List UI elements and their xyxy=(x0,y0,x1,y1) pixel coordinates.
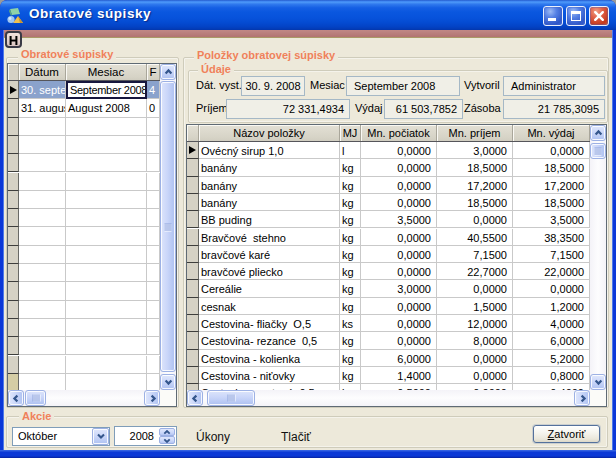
table-row[interactable] xyxy=(8,374,160,390)
cell-datum[interactable] xyxy=(19,118,66,136)
row-selector-cell[interactable] xyxy=(8,99,19,117)
row-selector-cell[interactable] xyxy=(187,280,199,297)
cell-mesiac[interactable] xyxy=(66,246,147,264)
cell-f[interactable] xyxy=(147,264,160,282)
cell[interactable]: 0,0000 xyxy=(361,194,437,211)
left-grid-scroll-right-button[interactable] xyxy=(144,390,160,406)
year-spinner-up-button[interactable] xyxy=(159,428,175,436)
cell-f[interactable]: 4 xyxy=(147,81,160,99)
month-combobox[interactable]: Október xyxy=(12,427,110,446)
cell[interactable]: kg xyxy=(340,177,361,194)
cell[interactable]: 3,5000 xyxy=(361,211,437,228)
items-grid-column-header[interactable]: Mn. príjem xyxy=(437,125,513,141)
cell[interactable]: bravčové karé xyxy=(199,246,340,263)
h-toolbar-button[interactable] xyxy=(5,31,22,48)
cell-mesiac[interactable] xyxy=(66,227,147,245)
cell[interactable]: Cestovina- fliačky O,5 xyxy=(199,315,340,332)
cell-f[interactable] xyxy=(147,154,160,172)
cell[interactable]: 0,0000 xyxy=(361,263,437,280)
cell[interactable]: 18,5000 xyxy=(437,194,513,211)
cell[interactable]: ks xyxy=(340,315,361,332)
cell-datum[interactable] xyxy=(19,374,66,390)
cell[interactable]: 22,7000 xyxy=(437,263,513,280)
table-row[interactable]: bravčové karékg0,00007,15007,1500 xyxy=(187,246,590,263)
table-row[interactable] xyxy=(8,337,160,355)
row-selector-cell[interactable] xyxy=(8,374,19,390)
cell-datum[interactable] xyxy=(19,191,66,209)
row-selector-cell[interactable] xyxy=(187,367,199,384)
cell[interactable]: kg xyxy=(340,229,361,246)
cell-datum[interactable] xyxy=(19,319,66,337)
row-selector-cell[interactable] xyxy=(8,81,19,99)
cell-f[interactable]: 0 xyxy=(147,99,160,117)
table-row[interactable]: banánykg0,000018,500018,5000 xyxy=(187,159,590,176)
cell-datum[interactable] xyxy=(19,337,66,355)
row-selector-cell[interactable] xyxy=(187,263,199,280)
table-row[interactable]: Cestovina - kolienkakg6,00000,00005,2000 xyxy=(187,350,590,367)
cell[interactable]: Ovécný sirup 1,0 xyxy=(199,142,340,159)
cell[interactable]: kg xyxy=(340,211,361,228)
table-row[interactable]: Cestovina- fliačky O,5ks0,000012,00004,0… xyxy=(187,315,590,332)
cell-datum[interactable] xyxy=(19,264,66,282)
cell-f[interactable] xyxy=(147,209,160,227)
cell[interactable]: 18,5000 xyxy=(437,159,513,176)
cell[interactable]: 5,2000 xyxy=(513,350,590,367)
cell[interactable]: bravčové pliecko xyxy=(199,263,340,280)
row-selector-cell[interactable] xyxy=(8,246,19,264)
table-row[interactable] xyxy=(8,227,160,245)
table-row[interactable] xyxy=(8,246,160,264)
table-row[interactable]: banánykg0,000018,500018,5000 xyxy=(187,194,590,211)
row-selector-cell[interactable] xyxy=(187,315,199,332)
cell-datum[interactable]: 30. septe xyxy=(19,81,66,99)
cell[interactable]: 38,3500 xyxy=(513,229,590,246)
left-grid-horizontal-scrollbar-track[interactable] xyxy=(8,390,160,406)
cell[interactable]: Bravčové stehno xyxy=(199,229,340,246)
cell-datum[interactable] xyxy=(19,209,66,227)
cell-datum[interactable] xyxy=(19,301,66,319)
cell[interactable]: kg xyxy=(340,280,361,297)
row-selector-cell[interactable] xyxy=(187,350,199,367)
table-row[interactable] xyxy=(8,209,160,227)
table-row[interactable] xyxy=(8,118,160,136)
cell[interactable]: 0,0000 xyxy=(437,211,513,228)
cell[interactable]: 0,0000 xyxy=(361,332,437,349)
cell-datum[interactable] xyxy=(19,173,66,191)
row-selector-cell[interactable] xyxy=(8,356,19,374)
cell-f[interactable] xyxy=(147,319,160,337)
cell[interactable]: 0,0000 xyxy=(361,142,437,159)
cell-mesiac[interactable] xyxy=(66,319,147,337)
cell[interactable]: 0,0000 xyxy=(361,298,437,315)
row-selector-cell[interactable] xyxy=(187,177,199,194)
cell-f[interactable] xyxy=(147,191,160,209)
cell[interactable]: Cestovina - kolienka xyxy=(199,350,340,367)
row-selector-cell[interactable] xyxy=(187,332,199,349)
cell-datum[interactable] xyxy=(19,282,66,300)
table-row[interactable] xyxy=(8,319,160,337)
cell[interactable]: 0,0000 xyxy=(361,315,437,332)
cell[interactable]: kg xyxy=(340,246,361,263)
table-row[interactable]: Cereáliekg3,00000,00000,0000 xyxy=(187,280,590,297)
table-row[interactable] xyxy=(8,356,160,374)
cell[interactable]: 18,5000 xyxy=(513,159,590,176)
items-grid-vertical-scrollbar-thumb[interactable] xyxy=(590,143,606,159)
field-zasoba[interactable]: 21 785,3095 xyxy=(503,99,605,119)
table-row[interactable] xyxy=(8,191,160,209)
cell[interactable]: 3,0000 xyxy=(361,280,437,297)
cell[interactable]: banány xyxy=(199,177,340,194)
cell[interactable]: 3,5000 xyxy=(513,211,590,228)
field-vytvoril[interactable]: Administrator xyxy=(503,76,605,96)
cell-mesiac[interactable] xyxy=(66,337,147,355)
row-selector-cell[interactable] xyxy=(187,298,199,315)
table-row[interactable]: Cestovina- rezance 0,5kg0,00008,00006,00… xyxy=(187,332,590,349)
field-prijem[interactable]: 72 331,4934 xyxy=(226,99,350,119)
cell-f[interactable] xyxy=(147,173,160,191)
cell[interactable]: 17,2000 xyxy=(513,177,590,194)
items-grid-column-header[interactable]: Mn. výdaj xyxy=(513,125,590,141)
table-row[interactable]: Bravčové stehnokg0,000040,550038,3500 xyxy=(187,229,590,246)
cell[interactable]: kg xyxy=(340,332,361,349)
table-row[interactable] xyxy=(8,264,160,282)
items-grid-scroll-right-button[interactable] xyxy=(574,390,590,406)
table-row[interactable]: Ovécný sirup 1,0l0,00003,00000,0000 xyxy=(187,142,590,159)
cell-f[interactable] xyxy=(147,282,160,300)
cell-f[interactable] xyxy=(147,136,160,154)
